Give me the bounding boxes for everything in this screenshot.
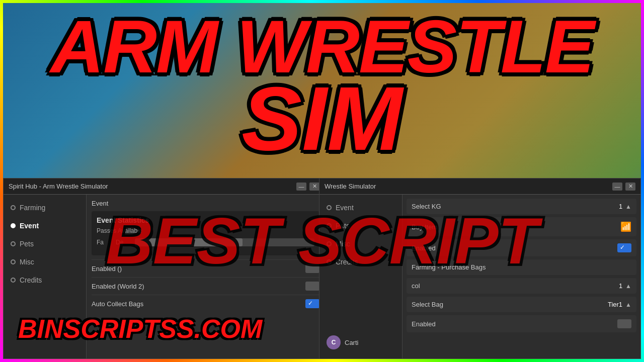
- toggle-label-3: Auto Collect Bags: [92, 300, 143, 308]
- right-panel-body: Event Pets Misc Credits: [319, 195, 640, 358]
- sidebar-item-credits[interactable]: Credits: [4, 271, 86, 289]
- right-minimize-button[interactable]: —: [612, 183, 622, 191]
- col-label: col: [412, 282, 420, 290]
- inner-bg: ARM WRESTLE SIM BEST SCRIPT BINSCRIPTSS.…: [3, 3, 641, 359]
- sidebar-item-pets[interactable]: Pets: [4, 235, 86, 253]
- chat-username: Carti: [345, 339, 358, 346]
- left-close-button[interactable]: ✕: [309, 183, 319, 191]
- select-kg-row[interactable]: Select KG 1 ▲: [407, 199, 636, 214]
- toggle-1[interactable]: [305, 264, 319, 273]
- stats-label-de: De: [116, 239, 131, 246]
- right-sidebar-item-credits[interactable]: Credits: [319, 253, 402, 271]
- chevron-up-icon: ▲: [625, 203, 631, 210]
- enabled-row-1: Enabled: [407, 239, 636, 256]
- right-pets-dot: [327, 223, 332, 228]
- toggle-label-2: Enabled (World 2): [92, 283, 144, 290]
- progress-bar-fill: [135, 238, 243, 246]
- stats-title: Event Statistics: [97, 216, 314, 224]
- right-sidebar-item-pets[interactable]: Pets: [319, 217, 402, 235]
- event-dot: [11, 223, 16, 228]
- toggle-3[interactable]: [305, 299, 319, 308]
- misc-dot: [11, 259, 16, 264]
- stats-subtitle: Passes Available: [97, 227, 314, 234]
- user-avatar: C: [327, 335, 341, 349]
- right-misc-label: Misc: [336, 240, 350, 248]
- select-bag-tier: Tier1: [608, 301, 622, 308]
- stats-label-fa: Fa: [97, 239, 112, 246]
- left-panel-controls: — ✕: [296, 183, 319, 191]
- sidebar-item-misc[interactable]: Misc: [4, 253, 86, 271]
- enabled-label-1: Enabled: [412, 244, 436, 252]
- buy-item-label: Buy Item: [412, 223, 437, 231]
- col-number: 1: [619, 282, 622, 290]
- right-panel-titlebar: Wrestle Simulator — ✕: [319, 178, 640, 195]
- enabled-label-2: Enabled: [412, 320, 436, 328]
- select-kg-label: Select KG: [412, 203, 441, 210]
- misc-label: Misc: [20, 258, 34, 266]
- right-sidebar-item-misc[interactable]: Misc: [319, 235, 402, 253]
- right-sidebar-item-event[interactable]: Event: [319, 199, 402, 217]
- right-pets-label: Pets: [336, 222, 350, 230]
- farming-dot: [11, 205, 16, 210]
- right-event-label: Event: [336, 204, 354, 212]
- buy-item-row[interactable]: Buy Item 📶: [407, 217, 636, 236]
- event-label: Event: [20, 222, 39, 230]
- chat-user-row: C Carti: [319, 330, 365, 354]
- left-minimize-button[interactable]: —: [296, 183, 306, 191]
- enabled-toggle-2[interactable]: [617, 319, 631, 328]
- progress-bar-container: [135, 238, 314, 246]
- col-chevron-icon: ▲: [625, 283, 631, 290]
- toggle-row-2: Enabled (World 2): [92, 277, 319, 295]
- right-credits-dot: [327, 259, 332, 264]
- right-panel-title: Wrestle Simulator: [325, 183, 376, 190]
- enabled-toggle-1[interactable]: [617, 243, 631, 252]
- col-value: 1 ▲: [619, 282, 631, 290]
- select-bag-row[interactable]: Select Bag Tier1 ▲: [407, 297, 636, 312]
- select-kg-value: 1 ▲: [619, 203, 631, 210]
- fingerprint-icon: 📶: [620, 221, 631, 232]
- sidebar-item-event[interactable]: Event: [4, 217, 86, 235]
- toggle-label-1: Enabled (): [92, 265, 122, 273]
- credits-dot: [11, 278, 16, 283]
- farming-bags-row: Farming - Purchase Bags: [407, 259, 636, 275]
- pets-label: Pets: [20, 240, 34, 248]
- select-bag-label: Select Bag: [412, 301, 443, 308]
- col-select-row[interactable]: col 1 ▲: [407, 278, 636, 294]
- left-panel: Spirit Hub - Arm Wrestle Simulator — ✕ F…: [3, 178, 325, 359]
- toggle-2[interactable]: [305, 282, 319, 291]
- right-panel-controls: — ✕: [612, 183, 635, 191]
- farming-label: Farming: [20, 204, 45, 212]
- left-nav-sidebar: Farming Event Pets Misc: [4, 195, 87, 358]
- farming-bags-label: Farming - Purchase Bags: [412, 263, 486, 271]
- right-credits-label: Credits: [336, 258, 358, 266]
- select-kg-number: 1: [619, 203, 622, 210]
- left-panel-title: Spirit Hub - Arm Wrestle Simulator: [9, 183, 108, 190]
- right-misc-dot: [327, 241, 332, 246]
- right-main-content: Select KG 1 ▲ Buy Item 📶 Enabled: [403, 195, 640, 358]
- outer-border: ARM WRESTLE SIM BEST SCRIPT BINSCRIPTSS.…: [0, 0, 644, 362]
- pets-dot: [11, 241, 16, 246]
- toggle-row-3: Auto Collect Bags: [92, 295, 319, 312]
- credits-label: Credits: [20, 276, 42, 284]
- right-panel: Wrestle Simulator — ✕ Event Pets: [319, 178, 641, 359]
- toggle-row-1: Enabled (): [92, 259, 319, 277]
- right-close-button[interactable]: ✕: [625, 183, 635, 191]
- left-panel-body: Farming Event Pets Misc: [4, 195, 325, 358]
- right-event-dot: [327, 205, 332, 210]
- stats-box: Event Statistics Passes Available Fa De: [92, 211, 319, 255]
- bag-chevron-icon: ▲: [625, 301, 631, 308]
- left-main-content: Event Event Statistics Passes Available …: [87, 195, 325, 358]
- left-panel-titlebar: Spirit Hub - Arm Wrestle Simulator — ✕: [4, 178, 325, 195]
- enabled-row-2: Enabled: [407, 315, 636, 332]
- right-nav-sidebar: Event Pets Misc Credits: [319, 195, 403, 358]
- left-section-header: Event: [92, 200, 319, 207]
- stats-row-1: Fa De: [97, 238, 314, 246]
- sidebar-item-farming[interactable]: Farming: [4, 199, 86, 217]
- select-bag-value: Tier1 ▲: [608, 301, 631, 308]
